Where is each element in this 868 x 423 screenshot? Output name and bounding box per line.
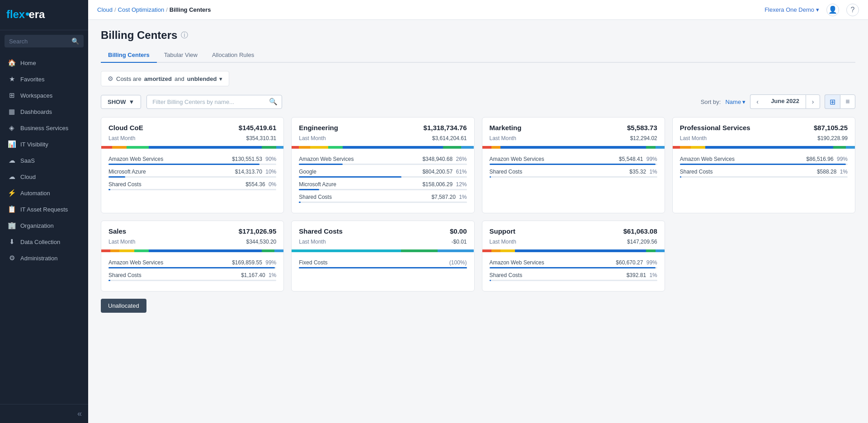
color-bar-segment	[292, 249, 401, 252]
month-nav: ‹ June 2022 ›	[750, 94, 820, 109]
service-amount-pct: $804,200.57 61%	[422, 169, 467, 175]
demo-selector[interactable]: Flexera One Demo ▾	[764, 6, 819, 13]
sidebar-item-it-visibility[interactable]: 📊IT Visibility	[0, 136, 88, 152]
service-name: Shared Costs	[680, 169, 713, 175]
tab-allocation-rules[interactable]: Allocation Rules	[205, 48, 261, 63]
sidebar-item-favorites[interactable]: ★Favorites	[0, 71, 88, 87]
filter-input[interactable]	[146, 95, 282, 109]
sidebar-item-automation[interactable]: ⚡Automation	[0, 185, 88, 201]
sidebar-item-data-collection[interactable]: ⬇Data Collection	[0, 234, 88, 250]
service-bar-bg	[108, 189, 276, 190]
service-bar-bg	[299, 176, 467, 178]
color-bar-segment	[482, 146, 491, 149]
color-bar-segment	[127, 146, 148, 149]
tabs: Billing Centers Tabular View Allocation …	[101, 48, 855, 63]
service-name: Amazon Web Services	[490, 156, 544, 162]
card-header: Engineering $1,318,734.76	[292, 118, 474, 135]
sidebar-item-workspaces[interactable]: ⊞Workspaces	[0, 87, 88, 103]
last-month-value: $190,228.99	[817, 135, 848, 141]
color-bar-segment	[691, 146, 705, 149]
prev-month-button[interactable]: ‹	[750, 94, 764, 109]
breadcrumb-cost-optimization[interactable]: Cost Optimization	[118, 6, 165, 13]
help-icon[interactable]: ?	[846, 4, 859, 16]
tab-tabular-view[interactable]: Tabular View	[157, 48, 205, 63]
breadcrumb-cloud[interactable]: Cloud	[97, 6, 113, 13]
nav-icon-favorites: ★	[8, 75, 16, 83]
color-bar-segment	[646, 146, 655, 149]
sidebar-item-cloud[interactable]: ☁Cloud	[0, 169, 88, 185]
page-title-row: Billing Centers ⓘ	[101, 29, 855, 42]
card-last-month: Last Month $3,614,204.61	[292, 135, 474, 146]
toolbar: SHOW ▼ 🔍 Sort by: Name ▾ ‹ June 2022 ›	[101, 94, 855, 109]
billing-card-sales[interactable]: Sales $171,026.95 Last Month $344,530.20…	[101, 221, 284, 291]
sort-name[interactable]: Name ▾	[725, 99, 745, 105]
sidebar-collapse-button[interactable]: «	[0, 404, 88, 423]
service-bar-bg	[108, 164, 276, 165]
list-view-button[interactable]: ≡	[840, 94, 855, 109]
service-amount-pct: $392.81 1%	[627, 272, 657, 278]
color-bar-segment	[673, 146, 680, 149]
card-services: Amazon Web Services $5,548.41 99% Shared…	[482, 153, 665, 188]
service-bar-fill	[108, 189, 110, 190]
info-icon[interactable]: ⓘ	[181, 31, 188, 40]
user-icon[interactable]: 👤	[826, 4, 839, 16]
search-bar[interactable]: 🔍	[5, 35, 84, 47]
nav-icon-it-visibility: 📊	[8, 140, 16, 148]
card-title: Sales	[108, 227, 126, 235]
last-month-label: Last Month	[108, 135, 135, 141]
service-amount-pct: $1,167.40 1%	[241, 272, 276, 278]
service-name: Microsoft Azure	[299, 181, 336, 188]
color-bar-segment	[500, 146, 646, 149]
card-last-month: Last Month $12,294.02	[482, 135, 665, 146]
search-input[interactable]	[9, 38, 69, 45]
card-services: Amazon Web Services $86,516.96 99% Share…	[673, 153, 855, 188]
service-bar-fill	[299, 189, 319, 190]
billing-card-engineering[interactable]: Engineering $1,318,734.76 Last Month $3,…	[291, 117, 474, 213]
card-header: Cloud CoE $145,419.61	[101, 118, 283, 135]
color-bar-segment	[461, 146, 474, 149]
service-bar-bg	[299, 202, 467, 203]
last-month-label: Last Month	[108, 239, 135, 245]
filter-icon: ▼	[128, 99, 134, 105]
billing-card-marketing[interactable]: Marketing $5,583.73 Last Month $12,294.0…	[482, 117, 665, 213]
color-bar-segment	[656, 146, 665, 149]
nav-label-saas: SaaS	[20, 157, 35, 164]
topbar-right: Flexera One Demo ▾ 👤 ?	[764, 4, 859, 16]
service-amount-pct: $158,006.29 12%	[422, 181, 467, 188]
sidebar-item-organization[interactable]: 🏢Organization	[0, 217, 88, 234]
chevron-down-icon[interactable]: ▾	[219, 75, 222, 82]
service-bar-bg	[299, 164, 467, 165]
tab-billing-centers[interactable]: Billing Centers	[101, 48, 157, 63]
next-month-button[interactable]: ›	[806, 94, 820, 109]
service-name: Amazon Web Services	[490, 259, 544, 266]
show-button[interactable]: SHOW ▼	[101, 95, 141, 109]
color-bar-segment	[443, 146, 461, 149]
card-title: Engineering	[299, 124, 338, 132]
settings-icon: ⚙	[108, 75, 113, 82]
service-name: Amazon Web Services	[299, 156, 354, 162]
sidebar-item-home[interactable]: 🏠Home	[0, 55, 88, 71]
service-bar-fill	[680, 164, 846, 165]
sidebar-item-it-asset-requests[interactable]: 📋IT Asset Requests	[0, 201, 88, 217]
service-amount-pct: $60,670.27 99%	[616, 259, 657, 266]
billing-card-support[interactable]: Support $61,063.08 Last Month $147,209.5…	[482, 221, 665, 291]
color-bar-segment	[438, 249, 474, 252]
card-services: Amazon Web Services $348,940.68 26% Goog…	[292, 153, 474, 213]
card-title: Marketing	[490, 124, 522, 132]
sidebar-item-dashboards[interactable]: ▦Dashboards	[0, 103, 88, 120]
nav-label-favorites: Favorites	[20, 76, 44, 83]
billing-card-professional-services[interactable]: Professional Services $87,105.25 Last Mo…	[672, 117, 855, 213]
billing-card-cloud-coe[interactable]: Cloud CoE $145,419.61 Last Month $354,31…	[101, 117, 284, 213]
color-bar-segment	[310, 146, 328, 149]
sidebar-item-administration[interactable]: ⚙Administration	[0, 250, 88, 266]
sidebar-item-business-services[interactable]: ◈Business Services	[0, 120, 88, 136]
nav-label-workspaces: Workspaces	[20, 92, 52, 99]
color-bar	[673, 146, 855, 149]
unallocated-button[interactable]: Unallocated	[101, 299, 146, 313]
sidebar: flex era 🔍 🏠Home★Favorites⊞Workspaces▦Da…	[0, 0, 88, 423]
billing-card-shared-costs[interactable]: Shared Costs $0.00 Last Month -$0.01 Fix…	[291, 221, 474, 291]
sidebar-item-saas[interactable]: ☁SaaS	[0, 152, 88, 169]
card-title: Cloud CoE	[108, 124, 143, 132]
color-bar-segment	[705, 146, 833, 149]
grid-view-button[interactable]: ⊞	[825, 94, 840, 109]
